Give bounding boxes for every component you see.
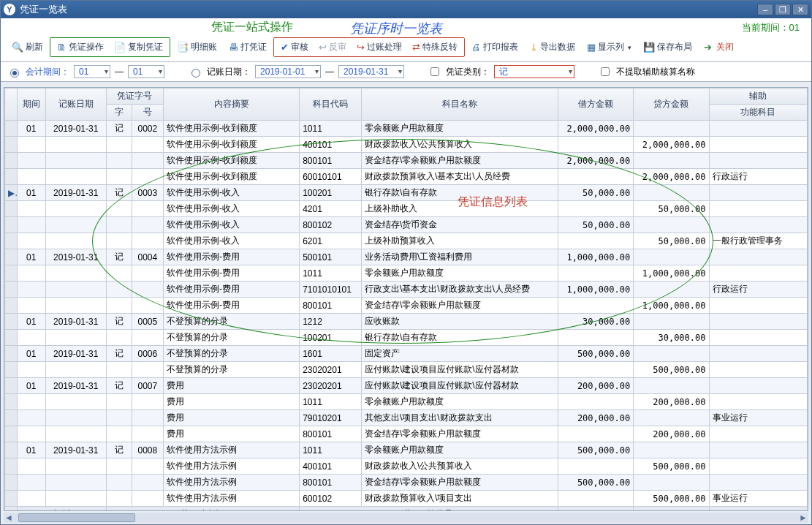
table-row[interactable]: 软件使用示例-费用7101010101行政支出\基本支出\财政拨款支出\人员经费…: [5, 282, 808, 298]
cell-char: 记: [106, 346, 132, 362]
table-row[interactable]: 软件使用示例-收入6201上级补助预算收入50,000.00一般行政管理事务: [5, 233, 808, 249]
cell-name: 其他支出\项目支出\财政拨款支出: [361, 410, 558, 426]
table-row[interactable]: 软件使用示例-收到额度400101财政拨款收入\公共预算收入2,000,000.…: [5, 137, 808, 153]
cell-aux: [709, 378, 808, 394]
cell-period: 01: [17, 346, 45, 362]
col-char[interactable]: 字: [106, 105, 132, 121]
col-indicator[interactable]: [5, 88, 18, 121]
cell-aux: [709, 426, 808, 442]
table-row[interactable]: 软件使用示例-费用800101资金结存\零余额账户用款额度1,000,000.0…: [5, 298, 808, 314]
cell-char: [106, 233, 132, 249]
cell-num: [132, 153, 163, 169]
table-row[interactable]: 软件使用方法示例600102财政拨款预算收入\项目支出500,000.00事业运…: [5, 491, 808, 507]
col-bookdate[interactable]: 记账日期: [45, 88, 106, 121]
col-aux-func[interactable]: 功能科目: [709, 105, 808, 121]
cell-aux: [709, 185, 808, 201]
table-row[interactable]: 012019-01-31记0007费用23020201应付账款\建设项目应付账款…: [5, 378, 808, 394]
cell-name: 零余额账户用款额度: [361, 442, 558, 458]
minimize-button[interactable]: –: [757, 4, 773, 15]
compose-button[interactable]: 🖶打凭证: [224, 39, 272, 56]
range-sep: —: [115, 67, 124, 77]
period-from-combo[interactable]: 01: [74, 65, 110, 78]
print-report-button[interactable]: 🖨打印报表: [466, 39, 523, 56]
cell-debit: [558, 426, 633, 442]
col-code[interactable]: 科目代码: [300, 88, 362, 121]
check-icon: ✔: [281, 42, 289, 53]
table-row[interactable]: 费用1011零余额账户用款额度200,000.00: [5, 394, 808, 410]
table-row[interactable]: 软件使用示例-收到额度800101资金结存\零余额账户用款额度2,000,000…: [5, 153, 808, 169]
cell-period: [17, 265, 45, 282]
cell-period: 01: [17, 314, 45, 330]
detail-button[interactable]: 📑明细账: [172, 39, 222, 56]
cell-aux: [709, 153, 808, 169]
unaudit-button[interactable]: ↩反审: [314, 39, 352, 56]
table-row[interactable]: 不登预算的分录23020201应付账款\建设项目应付账款\应付器材款500,00…: [5, 362, 808, 378]
date-from-combo[interactable]: 2019-01-01: [255, 65, 321, 78]
col-aux-group[interactable]: 辅助: [709, 88, 808, 105]
row-indicator: [5, 121, 18, 137]
table-row[interactable]: 不登预算的分录100201银行存款\自有存款30,000.00: [5, 330, 808, 346]
noaux-check[interactable]: [601, 67, 610, 76]
table-row[interactable]: 012019-01-31记0006不登预算的分录1601固定资产500,000.…: [5, 346, 808, 362]
period-radio[interactable]: [10, 69, 19, 78]
table-row[interactable]: 费用79010201其他支出\项目支出\财政拨款支出200,000.00事业运行: [5, 410, 808, 426]
cell-num: 0008: [132, 442, 163, 458]
voucher-type-combo[interactable]: 记: [494, 65, 574, 78]
table-row[interactable]: 012019-01-31记0004软件使用示例-费用500101业务活动费用\工…: [5, 249, 808, 265]
maximize-button[interactable]: ❐: [775, 4, 791, 15]
scroll-thumb[interactable]: [18, 513, 135, 522]
col-name[interactable]: 科目名称: [361, 88, 558, 121]
table-row[interactable]: 012019-01-31记0008软件使用方法示例1011零余额账户用款额度50…: [5, 442, 808, 458]
voucher-op-button[interactable]: 🗎凭证操作: [52, 39, 109, 56]
table-row[interactable]: 软件使用示例-费用1011零余额账户用款额度1,000,000.00: [5, 265, 808, 282]
row-indicator: [5, 442, 18, 458]
table-row[interactable]: 012019-01-31记0005不登预算的分录1212应收账款30,000.0…: [5, 314, 808, 330]
refresh-button[interactable]: 🔍刷新: [7, 39, 48, 56]
table-row[interactable]: 软件使用示例-收入4201上级补助收入50,000.00: [5, 201, 808, 217]
row-indicator: [5, 233, 18, 249]
grid[interactable]: 期间 记账日期 凭证字号 内容摘要 科目代码 科目名称 借方金额 贷方金额 辅助…: [4, 87, 808, 511]
col-num[interactable]: 号: [132, 105, 163, 121]
date-to-combo[interactable]: 2019-01-31: [338, 65, 404, 78]
cell-aux: [709, 394, 808, 410]
col-voucher-no[interactable]: 凭证字号: [106, 88, 164, 105]
voucher-type-check[interactable]: [430, 67, 439, 76]
cell-num: [132, 298, 163, 314]
col-credit[interactable]: 贷方金额: [634, 88, 709, 121]
cell-name: 零余额账户用款额度: [361, 121, 558, 137]
table-row[interactable]: 费用800101资金结存\零余额账户用款额度200,000.00: [5, 426, 808, 442]
cell-num: [132, 282, 163, 298]
cell-char: [106, 475, 132, 491]
special-reverse-button[interactable]: ⇄特殊反转: [407, 39, 463, 56]
col-summary[interactable]: 内容摘要: [164, 88, 300, 121]
show-cols-button[interactable]: ▦显示列▾: [582, 39, 637, 56]
col-period[interactable]: 期间: [17, 88, 45, 121]
bookdate-radio[interactable]: [191, 69, 200, 78]
print-icon: 🖶: [229, 42, 238, 53]
cell-summary: 不登预算的分录: [164, 314, 300, 330]
horizontal-scrollbar[interactable]: ◄ ►: [4, 513, 808, 523]
cell-credit: [634, 282, 709, 298]
window-title: 凭证一览表: [20, 3, 67, 16]
copy-voucher-button[interactable]: 📄复制凭证: [109, 39, 168, 56]
col-debit[interactable]: 借方金额: [558, 88, 633, 121]
table-row[interactable]: 012019-01-31记0002软件使用示例-收到额度1011零余额账户用款额…: [5, 121, 808, 137]
post-button[interactable]: ↪过账处理: [352, 39, 407, 56]
table-row[interactable]: 软件使用方法示例400101财政拨款收入\公共预算收入500,000.00: [5, 458, 808, 475]
table-row[interactable]: 软件使用示例-收到额度60010101财政拨款预算收入\基本支出\人员经费2,0…: [5, 169, 808, 185]
close-button[interactable]: ➜关闭: [699, 39, 739, 56]
period-to-combo[interactable]: 01: [128, 65, 164, 78]
cell-num: [132, 265, 163, 282]
table-row[interactable]: 软件使用方法示例800101资金结存\零余额账户用款额度500,000.00: [5, 475, 808, 491]
table-row[interactable]: ▶012019-01-31记0003软件使用示例-收入100201银行存款\自有…: [5, 185, 808, 201]
audit-button[interactable]: ✔审核: [276, 39, 314, 56]
cell-summary: 软件使用示例-费用: [164, 249, 300, 265]
app-window: Y 凭证一览表 – ❐ ✕ 凭证一站式操作 凭证序时一览表 当前期间：01 🔍刷…: [0, 0, 812, 525]
table-row[interactable]: 软件使用示例-收入800102资金结存\货币资金50,000.00: [5, 217, 808, 233]
close-window-button[interactable]: ✕: [792, 4, 808, 15]
export-button[interactable]: ⤓导出数据: [525, 39, 580, 56]
cell-aux: [709, 362, 808, 378]
save-layout-button[interactable]: 💾保存布局: [638, 39, 697, 56]
cell-bookdate: [45, 137, 106, 153]
cell-summary: 费用: [164, 410, 300, 426]
